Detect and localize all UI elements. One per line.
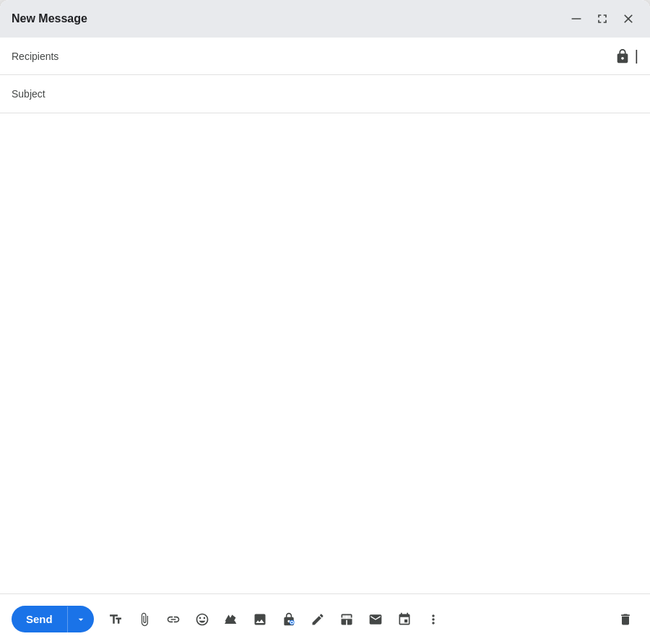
- more-options-button[interactable]: [420, 606, 446, 632]
- trash-icon: [618, 612, 633, 627]
- subject-label: Subject: [12, 88, 69, 100]
- svg-rect-0: [571, 18, 581, 19]
- send-button[interactable]: Send: [12, 606, 67, 632]
- body-input[interactable]: [12, 119, 638, 588]
- link-icon: [166, 612, 181, 627]
- layout-button[interactable]: [334, 606, 360, 632]
- recipients-row: Recipients |: [0, 38, 650, 75]
- svg-point-3: [291, 621, 293, 623]
- subject-input[interactable]: [69, 85, 638, 103]
- minimize-button[interactable]: [566, 9, 586, 29]
- drive-icon: [224, 612, 238, 627]
- confidential-mode-button[interactable]: [276, 606, 302, 632]
- compose-fields: Recipients | Subject: [0, 38, 650, 113]
- send-button-group: Send: [12, 606, 94, 632]
- compose-header: New Message: [0, 0, 650, 38]
- attach-button[interactable]: [131, 606, 157, 632]
- send-options-button[interactable]: [67, 606, 94, 632]
- insert-calendar-button[interactable]: [391, 606, 417, 632]
- recipients-input[interactable]: [69, 48, 612, 65]
- formatting-button[interactable]: [103, 606, 129, 632]
- compose-body: [0, 113, 650, 593]
- compose-window: New Message Recipients | Sub: [0, 0, 650, 644]
- layout-icon: [339, 612, 354, 627]
- lock-icon: [615, 48, 630, 64]
- recipients-label: Recipients: [12, 51, 69, 62]
- expand-icon: [595, 12, 610, 26]
- emoji-icon: [195, 612, 209, 627]
- expand-button[interactable]: [592, 9, 612, 29]
- compose-title: New Message: [12, 12, 87, 25]
- cursor-indicator: |: [635, 48, 638, 64]
- insert-link-button[interactable]: [160, 606, 186, 632]
- mail-template-icon: [368, 612, 383, 627]
- confidential-toggle-button[interactable]: [612, 45, 633, 67]
- close-icon: [621, 12, 636, 26]
- more-vert-icon: [426, 612, 441, 627]
- insert-drive-button[interactable]: [218, 606, 244, 632]
- subject-row: Subject: [0, 75, 650, 113]
- attach-icon: [137, 612, 152, 627]
- minimize-icon: [569, 12, 584, 26]
- chevron-down-icon: [75, 614, 87, 625]
- insert-photo-button[interactable]: [247, 606, 273, 632]
- photo-icon: [253, 612, 267, 627]
- format-text-icon: [108, 612, 123, 627]
- header-controls: [566, 9, 638, 29]
- insert-signature-button[interactable]: [305, 606, 331, 632]
- calendar-icon: [397, 612, 412, 627]
- insert-emoji-button[interactable]: [189, 606, 215, 632]
- confidential-lock-icon: [282, 612, 296, 627]
- close-button[interactable]: [618, 9, 638, 29]
- pencil-icon: [311, 612, 325, 627]
- compose-footer: Send: [0, 593, 650, 644]
- discard-button[interactable]: [612, 606, 638, 632]
- templates-button[interactable]: [363, 606, 389, 632]
